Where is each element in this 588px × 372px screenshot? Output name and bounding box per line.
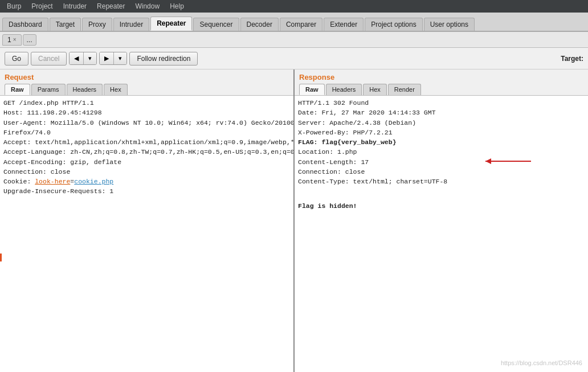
- request-content[interactable]: GET /index.php HTTP/1.1Host: 111.198.29.…: [0, 96, 293, 372]
- request-line-5: Accept-Language: zh-CN,zh;q=0.8,zh-TW;q=…: [3, 147, 290, 157]
- nav-back-group: ◀ ▾: [69, 52, 97, 65]
- cancel-button[interactable]: Cancel: [31, 52, 67, 66]
- tab-user-options[interactable]: User options: [424, 18, 475, 31]
- request-line-4: Accept: text/html,application/xhtml+xml,…: [3, 137, 290, 147]
- menu-item-repeater[interactable]: Repeater: [92, 1, 129, 11]
- response-line-7: Connection: close: [298, 167, 585, 177]
- menu-item-intruder[interactable]: Intruder: [59, 1, 91, 11]
- tab-dashboard[interactable]: Dashboard: [2, 18, 48, 31]
- request-line-3: Firefox/74.0: [3, 128, 290, 137]
- request-line-6: Accept-Encoding: gzip, deflate: [3, 157, 290, 167]
- target-label: Target:: [561, 55, 583, 63]
- main-tabbar: DashboardTargetProxyIntruderRepeaterSequ…: [0, 13, 588, 32]
- go-button[interactable]: Go: [5, 52, 28, 66]
- menu-item-project[interactable]: Project: [27, 1, 57, 11]
- response-tab-raw[interactable]: Raw: [299, 84, 325, 95]
- response-panel: Response RawHeadersHexRender HTTP/1.1 30…: [295, 70, 588, 372]
- response-header: Response: [295, 70, 588, 83]
- subtab-dots[interactable]: ...: [23, 34, 36, 46]
- request-line-1: Host: 111.198.29.45:41298: [3, 108, 290, 117]
- repeater-subtabbar: 1 × ...: [0, 32, 588, 48]
- menu-item-burp[interactable]: Burp: [2, 1, 26, 11]
- tab-decoder[interactable]: Decoder: [240, 18, 279, 31]
- request-tab-headers[interactable]: Headers: [67, 84, 103, 95]
- nav-back-dropdown[interactable]: ▾: [84, 52, 96, 64]
- cursor-indicator: [0, 254, 2, 261]
- response-content[interactable]: HTTP/1.1 302 FoundDate: Fri, 27 Mar 2020…: [295, 96, 588, 372]
- request-header: Request: [0, 70, 293, 83]
- response-flag-line: FLAG: flag{very_baby_web}: [298, 137, 585, 147]
- request-tab-params[interactable]: Params: [31, 84, 66, 95]
- tab-repeater[interactable]: Repeater: [150, 17, 192, 31]
- tab-target[interactable]: Target: [50, 18, 81, 31]
- response-tabs: RawHeadersHexRender: [295, 83, 588, 96]
- subtab-1-close[interactable]: ×: [13, 36, 17, 43]
- tab-intruder[interactable]: Intruder: [113, 18, 149, 31]
- response-line-8: Content-Type: text/html; charset=UTF-8: [298, 177, 585, 186]
- request-line-0: GET /index.php HTTP/1.1: [3, 98, 290, 108]
- request-line-2: User-Agent: Mozilla/5.0 (Windows NT 10.0…: [3, 118, 290, 128]
- nav-fwd-dropdown[interactable]: ▾: [114, 52, 126, 64]
- request-panel: Request RawParamsHeadersHex GET /index.p…: [0, 70, 295, 372]
- response-flag-hidden-line: Flag is hidden!: [298, 201, 585, 211]
- request-tab-raw[interactable]: Raw: [5, 84, 30, 95]
- main-area: Request RawParamsHeadersHex GET /index.p…: [0, 70, 588, 372]
- response-line-2: Server: Apache/2.4.38 (Debian): [298, 118, 585, 128]
- request-line-9: Upgrade-Insecure-Requests: 1: [3, 186, 290, 196]
- tab-extender[interactable]: Extender: [324, 18, 364, 31]
- tab-comparer[interactable]: Comparer: [280, 18, 322, 31]
- response-line-5: Location: 1.php: [298, 147, 585, 157]
- nav-fwd-button[interactable]: ▶: [100, 52, 114, 64]
- response-line-6: Content-Length: 17: [298, 157, 585, 167]
- tab-project-options[interactable]: Project options: [365, 18, 422, 31]
- menu-item-window[interactable]: Window: [130, 1, 164, 11]
- response-line-3: X-Powered-By: PHP/7.2.21: [298, 128, 585, 137]
- cookie-link-1[interactable]: look-here: [35, 178, 70, 185]
- response-tab-render[interactable]: Render: [388, 84, 421, 95]
- menu-item-help[interactable]: Help: [165, 1, 189, 11]
- response-line-0: HTTP/1.1 302 Found: [298, 98, 585, 108]
- response-line-1: Date: Fri, 27 Mar 2020 14:14:33 GMT: [298, 108, 585, 117]
- subtab-1[interactable]: 1 ×: [2, 34, 22, 46]
- watermark: https://blog.csdn.net/DSR446: [501, 359, 582, 366]
- tab-sequencer[interactable]: Sequencer: [193, 18, 239, 31]
- cookie-link-2[interactable]: cookie.php: [74, 178, 113, 185]
- follow-redirection-button[interactable]: Follow redirection: [129, 52, 198, 66]
- tab-proxy[interactable]: Proxy: [82, 18, 112, 31]
- menu-bar: BurpProjectIntruderRepeaterWindowHelp: [0, 0, 588, 13]
- repeater-toolbar: Go Cancel ◀ ▾ ▶ ▾ Follow redirection Tar…: [0, 48, 588, 70]
- nav-back-button[interactable]: ◀: [70, 52, 84, 64]
- request-tab-hex[interactable]: Hex: [104, 84, 128, 95]
- request-line-8: Cookie: look-here=cookie.php: [3, 177, 290, 186]
- response-empty-line: [298, 186, 585, 196]
- subtab-1-label: 1: [7, 36, 11, 44]
- request-tabs: RawParamsHeadersHex: [0, 83, 293, 96]
- request-line-7: Connection: close: [3, 167, 290, 177]
- nav-fwd-group: ▶ ▾: [99, 52, 127, 65]
- response-tab-hex[interactable]: Hex: [363, 84, 387, 95]
- response-tab-headers[interactable]: Headers: [326, 84, 362, 95]
